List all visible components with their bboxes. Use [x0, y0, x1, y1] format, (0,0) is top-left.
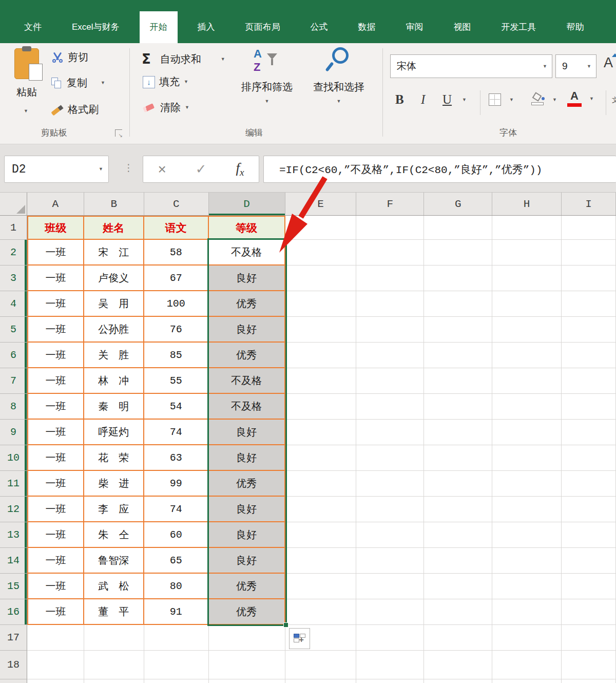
cell-I1[interactable] — [562, 216, 616, 240]
font-size-combobox[interactable]: 9 ▼ — [555, 54, 596, 78]
cell-D9[interactable]: 良好 — [209, 420, 285, 445]
cell-A2[interactable]: 一班 — [27, 240, 84, 265]
cell-D18[interactable] — [209, 651, 285, 679]
cell-D2[interactable]: 不及格 — [209, 240, 285, 265]
row-header-4[interactable]: 4 — [0, 291, 27, 317]
tab-data[interactable]: 数据 — [348, 11, 386, 43]
cell-A12[interactable]: 一班 — [27, 497, 84, 522]
cancel-icon[interactable]: × — [158, 161, 166, 178]
cell-I3[interactable] — [562, 265, 616, 291]
cell-A19[interactable] — [27, 679, 84, 683]
find-select-dropdown-icon[interactable]: ▼ — [304, 99, 374, 104]
cell-A17[interactable] — [27, 625, 84, 651]
row-header-1[interactable]: 1 — [0, 216, 27, 240]
cell-F9[interactable] — [356, 420, 424, 445]
borders-dropdown-icon[interactable]: ▼ — [509, 98, 514, 102]
cell-E11[interactable] — [285, 471, 357, 497]
cell-D17[interactable] — [209, 625, 285, 651]
cell-E14[interactable] — [285, 548, 357, 574]
cell-B5[interactable]: 公孙胜 — [84, 317, 144, 343]
cell-H1[interactable] — [492, 216, 562, 240]
row-header-12[interactable]: 12 — [0, 497, 27, 522]
cell-A1[interactable]: 班级 — [27, 216, 84, 240]
font-name-dropdown-icon[interactable]: ▼ — [543, 64, 552, 69]
cell-B12[interactable]: 李 应 — [84, 497, 144, 522]
cell-E3[interactable] — [285, 265, 357, 291]
cell-A9[interactable]: 一班 — [27, 420, 84, 445]
fill-color-button[interactable]: ▼ — [531, 93, 557, 106]
cell-H7[interactable] — [492, 368, 562, 394]
cell-H2[interactable] — [492, 240, 562, 265]
cell-B8[interactable]: 秦 明 — [84, 394, 144, 420]
clear-dropdown-icon[interactable]: ▼ — [185, 105, 189, 110]
cell-F3[interactable] — [356, 265, 424, 291]
cell-C14[interactable]: 65 — [144, 548, 209, 574]
cell-F13[interactable] — [356, 522, 424, 548]
font-color-button[interactable]: A ▼ — [567, 90, 594, 107]
row-header-9[interactable]: 9 — [0, 420, 27, 445]
bold-button[interactable]: B — [395, 92, 404, 107]
cell-E15[interactable] — [285, 574, 357, 599]
cell-B6[interactable]: 关 胜 — [84, 343, 144, 368]
cell-C16[interactable]: 91 — [144, 599, 209, 625]
cell-C7[interactable]: 55 — [144, 368, 209, 394]
column-header-B[interactable]: B — [84, 193, 144, 215]
name-box[interactable]: D2 ▼ — [4, 156, 109, 183]
cell-A13[interactable]: 一班 — [27, 522, 84, 548]
cell-H4[interactable] — [492, 291, 562, 317]
cell-F15[interactable] — [356, 574, 424, 599]
format-painter-button[interactable]: 格式刷 — [51, 103, 99, 117]
cell-D13[interactable]: 良好 — [209, 522, 285, 548]
cell-I17[interactable] — [562, 625, 616, 651]
formula-input[interactable]: =IF(C2<60,”不及格”,IF(C2<80,”良好”,”优秀”)) — [263, 156, 616, 183]
cell-I13[interactable] — [562, 522, 616, 548]
column-header-G[interactable]: G — [424, 193, 492, 215]
autofill-options-button[interactable]: + — [289, 628, 310, 649]
cell-A6[interactable]: 一班 — [27, 343, 84, 368]
cell-H15[interactable] — [492, 574, 562, 599]
cell-D3[interactable]: 良好 — [209, 265, 285, 291]
cell-D11[interactable]: 优秀 — [209, 471, 285, 497]
cell-H19[interactable] — [492, 679, 562, 683]
cell-F4[interactable] — [356, 291, 424, 317]
cell-I7[interactable] — [562, 368, 616, 394]
cell-H18[interactable] — [492, 651, 562, 679]
cell-F5[interactable] — [356, 317, 424, 343]
cell-B10[interactable]: 花 荣 — [84, 445, 144, 471]
cell-H8[interactable] — [492, 394, 562, 420]
cell-E1[interactable] — [285, 216, 357, 240]
font-name-combobox[interactable]: 宋体 ▼ — [390, 54, 552, 78]
cell-C9[interactable]: 74 — [144, 420, 209, 445]
tab-review[interactable]: 审阅 — [396, 11, 434, 43]
formula-bar-resize-handle[interactable]: ⋮ — [124, 162, 133, 174]
italic-button[interactable]: I — [421, 92, 425, 107]
insert-function-icon[interactable]: fx — [236, 160, 244, 178]
cell-F8[interactable] — [356, 394, 424, 420]
cell-E18[interactable] — [285, 651, 357, 679]
cell-G4[interactable] — [424, 291, 492, 317]
cell-G15[interactable] — [424, 574, 492, 599]
tab-developer[interactable]: 开发工具 — [491, 11, 547, 43]
cell-D5[interactable]: 良好 — [209, 317, 285, 343]
cell-E7[interactable] — [285, 368, 357, 394]
confirm-icon[interactable]: ✓ — [196, 161, 207, 177]
cell-G18[interactable] — [424, 651, 492, 679]
cell-I4[interactable] — [562, 291, 616, 317]
cell-G3[interactable] — [424, 265, 492, 291]
tab-file[interactable]: 文件 — [14, 11, 52, 43]
cell-H11[interactable] — [492, 471, 562, 497]
sort-filter-button[interactable]: AZ 排序和筛选 ▼ — [231, 47, 303, 104]
tab-excel-finance[interactable]: Excel与财务 — [62, 11, 130, 43]
column-header-H[interactable]: H — [492, 193, 562, 215]
cell-B19[interactable] — [84, 679, 144, 683]
cell-A3[interactable]: 一班 — [27, 265, 84, 291]
cell-I8[interactable] — [562, 394, 616, 420]
row-header-5[interactable]: 5 — [0, 317, 27, 343]
cell-I15[interactable] — [562, 574, 616, 599]
cell-H17[interactable] — [492, 625, 562, 651]
cell-G10[interactable] — [424, 445, 492, 471]
row-header-15[interactable]: 15 — [0, 574, 27, 599]
cell-G19[interactable] — [424, 679, 492, 683]
cell-G11[interactable] — [424, 471, 492, 497]
cell-H16[interactable] — [492, 599, 562, 625]
